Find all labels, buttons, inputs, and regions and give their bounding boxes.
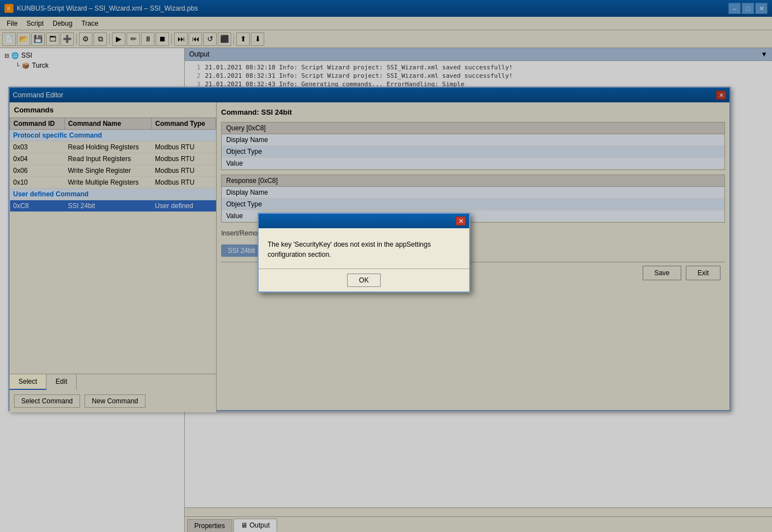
alert-title-bar: ✕ bbox=[259, 214, 469, 228]
alert-ok-button[interactable]: OK bbox=[347, 274, 380, 287]
app-window: K KUNBUS-Script Wizard – SSI_Wizard.xml … bbox=[0, 0, 772, 532]
alert-dialog: ✕ The key 'SecurityKey' does not exist i… bbox=[258, 213, 470, 293]
alert-message: The key 'SecurityKey' does not exist in … bbox=[268, 241, 431, 258]
alert-body: The key 'SecurityKey' does not exist in … bbox=[259, 228, 469, 269]
alert-close-button[interactable]: ✕ bbox=[456, 216, 466, 225]
alert-footer: OK bbox=[259, 269, 469, 291]
